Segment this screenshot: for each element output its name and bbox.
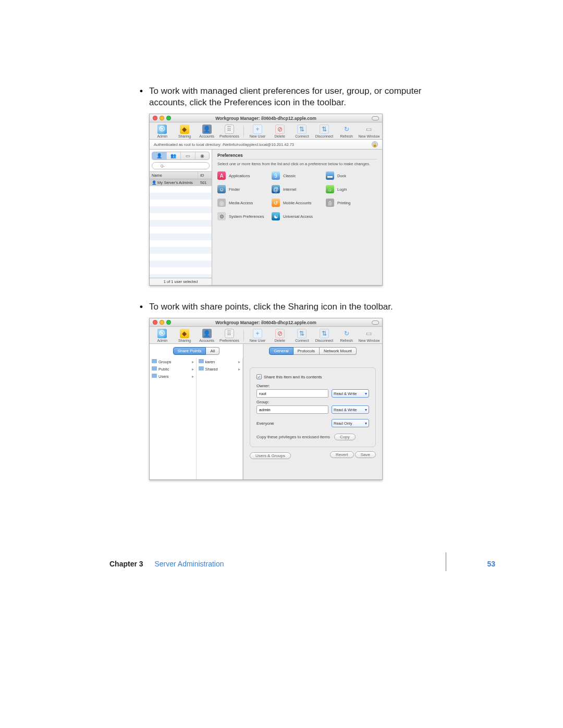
preferences-button[interactable]: ⠿Preferences	[219, 329, 239, 342]
bullet-dot: •	[140, 301, 149, 313]
pref-media-access[interactable]: ◎Media Access	[217, 199, 268, 207]
pref-printing[interactable]: ⎙Printing	[326, 199, 377, 207]
sharing-button[interactable]: ◆Sharing	[175, 125, 194, 138]
bullet-1: • To work with managed client preference…	[140, 85, 458, 108]
owner-permission-select[interactable]: Read & Write▾	[332, 389, 369, 398]
admin-button[interactable]: ⦿Admin	[153, 125, 172, 138]
bullet-dot: •	[140, 85, 149, 108]
pref-system-preferences[interactable]: ⚙System Preferences	[217, 212, 268, 220]
refresh-icon: ↻	[342, 125, 351, 134]
plus-icon: +	[253, 125, 262, 134]
disconnect-button[interactable]: ⇅Disconnect	[315, 125, 334, 138]
plus-icon: +	[253, 329, 262, 338]
tab-groups-icon[interactable]: 👥	[167, 152, 181, 159]
window-titlebar: Workgroup Manager: il0604b-dhcp12.apple.…	[150, 114, 382, 122]
pref-finder[interactable]: ☺Finder	[217, 185, 268, 193]
window-title: Workgroup Manager: il0604b-dhcp12.apple.…	[150, 116, 382, 121]
delete-button[interactable]: ⊘Delete	[270, 329, 289, 342]
finder-icon: ☺	[217, 185, 226, 193]
folder-icon	[199, 359, 204, 363]
col-name[interactable]: Name	[150, 172, 198, 179]
toolbar-toggle-icon[interactable]	[372, 116, 379, 120]
network-icon: ⇅	[297, 125, 307, 134]
scope-tabs[interactable]: 👤 👥 ▭ ◉	[152, 152, 210, 160]
new-window-button[interactable]: ▭New Window	[359, 125, 379, 138]
tab-network-mount[interactable]: Network Mount	[320, 347, 357, 355]
everyone-permission-select[interactable]: Read Only▾	[332, 419, 369, 427]
folder-public[interactable]: Public▸	[150, 365, 196, 373]
screenshot-sharing: Workgroup Manager: il0604b-dhcp12.apple.…	[149, 318, 383, 480]
tab-computers-icon[interactable]: ▭	[181, 152, 195, 159]
chevron-down-icon: ▾	[365, 391, 367, 396]
mobile-icon: ↺	[272, 199, 280, 207]
folder-groups[interactable]: Groups▸	[150, 358, 196, 365]
accessibility-icon: ☯	[272, 212, 280, 220]
refresh-button[interactable]: ↻Refresh	[337, 125, 356, 138]
preferences-panel: Preferences Select one or more items fro…	[212, 150, 382, 285]
sliders-icon: ⠿	[225, 125, 234, 134]
tab-all-icon[interactable]: ◉	[195, 152, 210, 159]
owner-field[interactable]	[256, 389, 328, 398]
preferences-button[interactable]: ⠿Preferences	[219, 125, 239, 138]
accounts-button[interactable]: 👤Accounts	[197, 329, 216, 342]
copy-button[interactable]: Copy	[334, 434, 356, 440]
chapter-label: Chapter 3	[109, 560, 143, 568]
folder-users[interactable]: Users▸	[150, 373, 196, 380]
pref-universal-access[interactable]: ☯Universal Access	[272, 212, 323, 220]
page-footer: Chapter 3 Server Administration 53	[109, 560, 495, 568]
dock-icon: ▬	[326, 171, 334, 180]
pref-dock[interactable]: ▬Dock	[326, 171, 377, 180]
tab-all[interactable]: All	[206, 347, 219, 355]
share-groupbox: ✓ Share this item and its contents Owner…	[250, 367, 376, 447]
connect-button[interactable]: ⇅Connect	[292, 329, 312, 342]
pref-classic[interactable]: 9Classic	[272, 171, 323, 180]
tab-users-icon[interactable]: 👤	[152, 152, 167, 159]
group-permission-select[interactable]: Read & Write▾	[332, 405, 369, 414]
new-window-button[interactable]: ▭New Window	[359, 329, 379, 342]
applications-icon: A	[217, 171, 226, 180]
connect-button[interactable]: ⇅Connect	[292, 125, 312, 138]
pref-internet[interactable]: @Internet	[272, 185, 323, 193]
window-icon: ▭	[364, 125, 374, 134]
user-icon: 👤	[202, 125, 212, 134]
login-icon: ⌂	[326, 185, 334, 193]
lock-icon[interactable]: 🔒	[372, 141, 378, 147]
col-id[interactable]: ID	[198, 172, 212, 179]
revert-button[interactable]: Revert	[330, 451, 354, 458]
new-user-button[interactable]: +New User	[248, 329, 267, 342]
new-user-button[interactable]: +New User	[248, 125, 267, 138]
sliders-icon: ⠿	[225, 329, 234, 338]
share-checkbox-label: Share this item and its contents	[264, 375, 322, 379]
sharing-button[interactable]: ◆Sharing	[175, 329, 194, 342]
tab-general[interactable]: General	[269, 347, 293, 355]
pref-login[interactable]: ⌂Login	[326, 185, 377, 193]
screenshot-preferences: Workgroup Manager: il0604b-dhcp12.apple.…	[149, 114, 383, 286]
delete-button[interactable]: ⊘Delete	[270, 125, 289, 138]
accounts-button[interactable]: 👤Accounts	[197, 125, 216, 138]
selection-status: 1 of 1 user selected	[150, 278, 212, 285]
window-titlebar: Workgroup Manager: il0604b-dhcp12.apple.…	[150, 318, 382, 327]
pref-mobile-accounts[interactable]: ↺Mobile Accounts	[272, 199, 323, 207]
share-checkbox[interactable]: ✓	[256, 374, 262, 379]
disconnect-button[interactable]: ⇅Disconnect	[315, 329, 334, 342]
group-field[interactable]	[256, 405, 328, 414]
tab-sharepoints[interactable]: Share Points	[173, 347, 206, 355]
toolbar: ⦿Admin ◆Sharing 👤Accounts ⠿Preferences +…	[150, 327, 382, 344]
globe-icon: ⦿	[157, 125, 167, 134]
auth-bar: Authenticated as root to local directory…	[150, 140, 382, 150]
refresh-button[interactable]: ↻Refresh	[337, 329, 356, 342]
toolbar-toggle-icon[interactable]	[372, 320, 379, 325]
save-button[interactable]: Save	[355, 451, 376, 458]
chevron-right-icon: ▸	[238, 360, 240, 364]
pref-applications[interactable]: AApplications	[217, 171, 268, 180]
folder-karen[interactable]: karen▸	[197, 358, 243, 365]
chevron-right-icon: ▸	[192, 360, 194, 364]
chevron-down-icon: ▾	[365, 408, 367, 412]
list-item[interactable]: 👤 My Server's Adminis 501	[150, 179, 212, 186]
admin-button[interactable]: ⦿Admin	[153, 329, 172, 342]
footer-divider	[446, 552, 446, 571]
folder-shared[interactable]: Shared▸	[197, 365, 243, 373]
search-input[interactable]	[152, 162, 210, 169]
tab-protocols[interactable]: Protocols	[293, 347, 320, 355]
users-groups-button[interactable]: Users & Groups	[250, 452, 291, 459]
